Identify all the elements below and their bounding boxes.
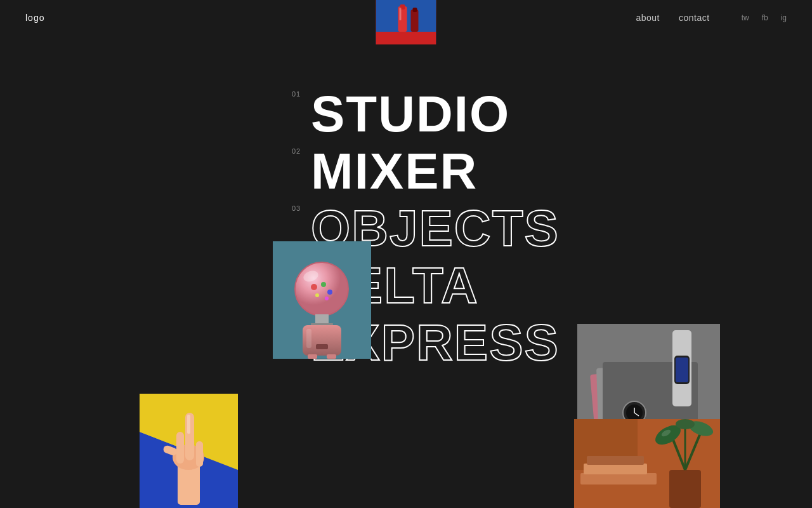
social-twitter[interactable]: tw <box>742 13 749 22</box>
svg-rect-28 <box>676 358 688 382</box>
plant-image <box>574 419 720 508</box>
svg-rect-48 <box>669 470 701 508</box>
svg-rect-20 <box>308 354 317 359</box>
svg-rect-4 <box>411 10 419 32</box>
project-menu: 01 STUDIO explore 02 MIXER 03 OBJECTS 04… <box>0 51 812 368</box>
site-logo[interactable]: logo <box>25 13 44 23</box>
svg-rect-56 <box>580 473 657 485</box>
site-header: logo about contact tw fb <box>0 0 812 36</box>
svg-point-54 <box>676 419 695 429</box>
social-instagram[interactable]: ig <box>781 13 787 22</box>
svg-rect-19 <box>316 344 328 349</box>
svg-rect-57 <box>584 464 647 474</box>
svg-rect-16 <box>311 323 333 325</box>
svg-point-11 <box>321 282 326 287</box>
svg-rect-21 <box>327 354 336 359</box>
item-number-02: 02 <box>292 147 301 155</box>
svg-point-12 <box>327 290 332 295</box>
product-bottles <box>376 0 436 44</box>
nav-about[interactable]: about <box>636 13 660 23</box>
item-title-express: EXPRESS <box>311 318 812 368</box>
item-title-delta: DELTA <box>311 260 812 311</box>
svg-rect-5 <box>413 8 417 12</box>
menu-item-mixer[interactable]: 02 MIXER <box>311 146 812 197</box>
svg-point-14 <box>325 297 329 300</box>
main-content: 01 STUDIO explore 02 MIXER 03 OBJECTS 04… <box>0 0 812 508</box>
svg-rect-45 <box>187 415 190 434</box>
nav-contact[interactable]: contact <box>679 13 710 23</box>
header-hero-image <box>376 0 436 44</box>
svg-point-13 <box>315 293 319 297</box>
svg-rect-18 <box>306 329 311 348</box>
svg-rect-6 <box>400 8 402 20</box>
svg-rect-42 <box>176 432 184 464</box>
svg-rect-43 <box>196 441 203 467</box>
main-nav: about contact tw fb ig <box>636 13 787 23</box>
svg-rect-15 <box>315 314 329 323</box>
menu-item-studio[interactable]: 01 STUDIO explore <box>311 89 812 140</box>
menu-item-delta[interactable]: 04 DELTA <box>311 260 812 311</box>
item-title-mixer: MIXER <box>311 146 812 197</box>
svg-rect-1 <box>376 32 436 44</box>
hand-image <box>140 394 238 508</box>
item-title-studio: STUDIO <box>311 89 812 140</box>
svg-point-8 <box>295 262 348 316</box>
item-number-01: 01 <box>292 90 301 98</box>
svg-rect-58 <box>587 456 644 465</box>
svg-point-10 <box>311 284 317 290</box>
menu-item-objects[interactable]: 03 OBJECTS <box>311 203 812 254</box>
menu-item-express[interactable]: 05 EXPRESS <box>311 318 812 368</box>
item-title-objects: OBJECTS <box>311 203 812 254</box>
item-number-03: 03 <box>292 204 301 212</box>
social-facebook[interactable]: fb <box>762 13 768 22</box>
social-links: tw fb ig <box>742 13 787 22</box>
gumball-image <box>273 241 371 359</box>
